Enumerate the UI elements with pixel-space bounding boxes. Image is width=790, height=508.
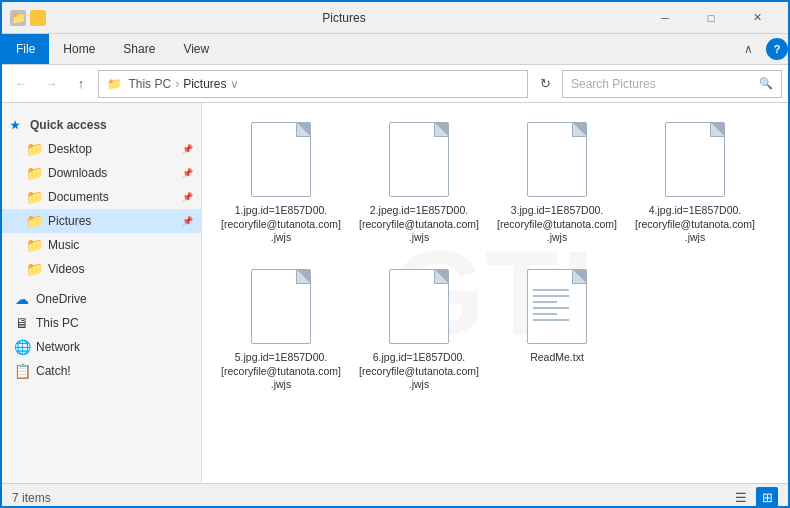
ribbon: File Home Share View ∧ ? (2, 34, 788, 65)
onedrive-icon: ☁ (14, 291, 30, 307)
status-bar: 7 items ☰ ⊞ (2, 483, 788, 508)
folder-icon: 📁 (26, 237, 42, 253)
tab-file[interactable]: File (2, 34, 49, 64)
sidebar-label-desktop: Desktop (48, 142, 92, 156)
search-icon: 🔍 (759, 77, 773, 90)
list-item[interactable]: 1.jpg.id=1E857D00.[recoryfile@tutanota.c… (216, 113, 346, 252)
sidebar-label-catch: Catch! (36, 364, 71, 378)
tab-view[interactable]: View (169, 34, 223, 64)
forward-button[interactable]: → (38, 71, 64, 97)
sidebar-label-music: Music (48, 238, 79, 252)
address-dropdown-arrow: ∨ (230, 77, 239, 91)
tab-share[interactable]: Share (109, 34, 169, 64)
sidebar: ★ Quick access 📁 Desktop 📌 📁 Downloads 📌… (2, 103, 202, 483)
folder-icon: 📁 (26, 141, 42, 157)
icon-view-button[interactable]: ⊞ (756, 487, 778, 509)
window-title: Pictures (46, 11, 642, 25)
refresh-button[interactable]: ↻ (532, 71, 558, 97)
folder-icon: 📁 (26, 165, 42, 181)
breadcrumb-sep: › (175, 77, 179, 91)
file-icon (521, 267, 593, 347)
file-name: 2.jpeg.id=1E857D00.[recoryfile@tutanota.… (359, 204, 479, 245)
sidebar-item-onedrive[interactable]: ☁ OneDrive (2, 287, 201, 311)
main-area: ★ Quick access 📁 Desktop 📌 📁 Downloads 📌… (2, 103, 788, 483)
file-icon (245, 120, 317, 200)
list-item[interactable]: 2.jpeg.id=1E857D00.[recoryfile@tutanota.… (354, 113, 484, 252)
list-item[interactable]: 4.jpg.id=1E857D00.[recoryfile@tutanota.c… (630, 113, 760, 252)
file-icon (245, 267, 317, 347)
sidebar-item-desktop[interactable]: 📁 Desktop 📌 (2, 137, 201, 161)
back-button[interactable]: ← (8, 71, 34, 97)
list-item[interactable]: 6.jpg.id=1E857D00.[recoryfile@tutanota.c… (354, 260, 484, 399)
content-area[interactable]: GT! 1.jpg.id=1E857D00.[recoryfile@tutano… (202, 103, 788, 483)
file-icon (521, 120, 593, 200)
window-controls: ─ □ ✕ (642, 2, 780, 34)
pin-icon: 📌 (182, 144, 193, 154)
pin-icon: 📌 (182, 216, 193, 226)
address-bar: ← → ↑ 📁 This PC › Pictures ∨ ↻ Search Pi… (2, 65, 788, 103)
sidebar-item-thispc[interactable]: 🖥 This PC (2, 311, 201, 335)
list-view-button[interactable]: ☰ (730, 487, 752, 509)
list-item[interactable]: ReadMe.txt (492, 260, 622, 399)
close-button[interactable]: ✕ (734, 2, 780, 34)
quick-access-icon (30, 10, 46, 26)
tab-home[interactable]: Home (49, 34, 109, 64)
ribbon-expand: ∧ ? (734, 35, 788, 63)
sidebar-label-thispc: This PC (36, 316, 79, 330)
folder-icon: 📁 (26, 189, 42, 205)
pin-icon: 📌 (182, 192, 193, 202)
sidebar-item-catch[interactable]: 📋 Catch! (2, 359, 201, 383)
sidebar-item-videos[interactable]: 📁 Videos (2, 257, 201, 281)
sidebar-item-documents[interactable]: 📁 Documents 📌 (2, 185, 201, 209)
list-item[interactable]: 3.jpg.id=1E857D00.[recoryfile@tutanota.c… (492, 113, 622, 252)
breadcrumb-pictures: Pictures (183, 77, 226, 91)
file-name: 3.jpg.id=1E857D00.[recoryfile@tutanota.c… (497, 204, 617, 245)
address-box[interactable]: 📁 This PC › Pictures ∨ (98, 70, 528, 98)
search-placeholder: Search Pictures (571, 77, 656, 91)
list-item[interactable]: 5.jpg.id=1E857D00.[recoryfile@tutanota.c… (216, 260, 346, 399)
search-box[interactable]: Search Pictures 🔍 (562, 70, 782, 98)
up-button[interactable]: ↑ (68, 71, 94, 97)
view-controls: ☰ ⊞ (730, 487, 778, 509)
title-bar: 📁 Pictures ─ □ ✕ (2, 2, 788, 34)
item-count: 7 items (12, 491, 51, 505)
sidebar-item-downloads[interactable]: 📁 Downloads 📌 (2, 161, 201, 185)
sidebar-label-documents: Documents (48, 190, 109, 204)
file-name: 6.jpg.id=1E857D00.[recoryfile@tutanota.c… (359, 351, 479, 392)
network-icon: 🌐 (14, 339, 30, 355)
title-bar-icons: 📁 (10, 10, 46, 26)
file-grid: 1.jpg.id=1E857D00.[recoryfile@tutanota.c… (202, 103, 788, 409)
catch-icon: 📋 (14, 363, 30, 379)
sidebar-item-music[interactable]: 📁 Music (2, 233, 201, 257)
ribbon-tabs: File Home Share View ∧ ? (2, 34, 788, 64)
ribbon-expand-button[interactable]: ∧ (734, 35, 762, 63)
pin-icon: 📌 (182, 168, 193, 178)
sidebar-label-network: Network (36, 340, 80, 354)
computer-icon: 🖥 (14, 315, 30, 331)
sidebar-label-onedrive: OneDrive (36, 292, 87, 306)
file-name: 1.jpg.id=1E857D00.[recoryfile@tutanota.c… (221, 204, 341, 245)
sidebar-label-downloads: Downloads (48, 166, 107, 180)
folder-icon: 📁 (26, 213, 42, 229)
window-icon: 📁 (10, 10, 26, 26)
file-icon (383, 120, 455, 200)
help-button[interactable]: ? (766, 38, 788, 60)
file-icon (659, 120, 731, 200)
sidebar-label-videos: Videos (48, 262, 84, 276)
file-name: ReadMe.txt (530, 351, 584, 365)
file-name: 5.jpg.id=1E857D00.[recoryfile@tutanota.c… (221, 351, 341, 392)
folder-icon: 📁 (26, 261, 42, 277)
sidebar-item-pictures[interactable]: 📁 Pictures 📌 (2, 209, 201, 233)
sidebar-label-pictures: Pictures (48, 214, 91, 228)
minimize-button[interactable]: ─ (642, 2, 688, 34)
sidebar-section-quickaccess: ★ Quick access (2, 113, 201, 137)
file-icon (383, 267, 455, 347)
maximize-button[interactable]: □ (688, 2, 734, 34)
breadcrumb-thispc: 📁 This PC (107, 77, 171, 91)
file-name: 4.jpg.id=1E857D00.[recoryfile@tutanota.c… (635, 204, 755, 245)
sidebar-item-network[interactable]: 🌐 Network (2, 335, 201, 359)
